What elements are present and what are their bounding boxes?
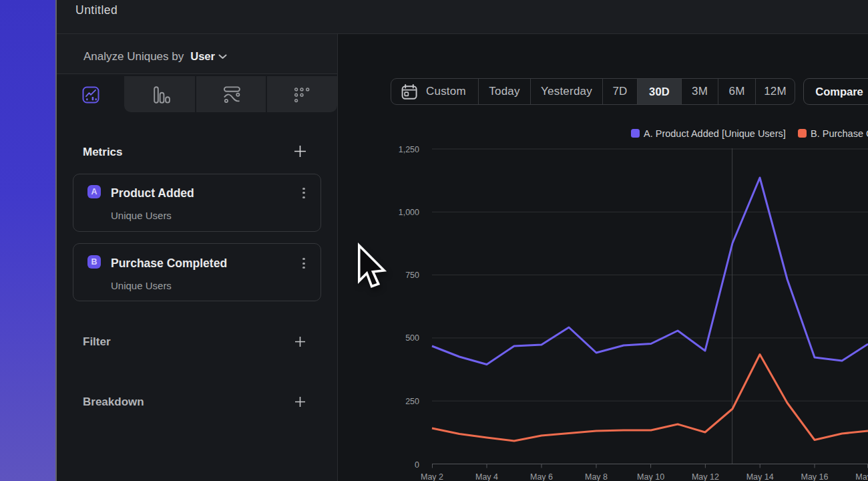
svg-text:1,000: 1,000 bbox=[399, 208, 419, 217]
svg-text:May 12: May 12 bbox=[692, 472, 719, 481]
svg-text:May 8: May 8 bbox=[585, 472, 608, 481]
svg-text:May 10: May 10 bbox=[637, 472, 664, 481]
svg-text:750: 750 bbox=[405, 271, 419, 280]
svg-text:500: 500 bbox=[405, 333, 419, 343]
svg-text:May 2: May 2 bbox=[421, 472, 443, 481]
svg-text:250: 250 bbox=[405, 397, 419, 406]
svg-text:May 16: May 16 bbox=[801, 472, 829, 481]
svg-text:May 6: May 6 bbox=[530, 472, 553, 481]
svg-text:May 14: May 14 bbox=[746, 472, 774, 481]
svg-text:1,250: 1,250 bbox=[399, 145, 419, 154]
svg-text:May 4: May 4 bbox=[475, 472, 498, 481]
svg-text:0: 0 bbox=[415, 460, 419, 470]
svg-text:May 18: May 18 bbox=[855, 472, 868, 481]
